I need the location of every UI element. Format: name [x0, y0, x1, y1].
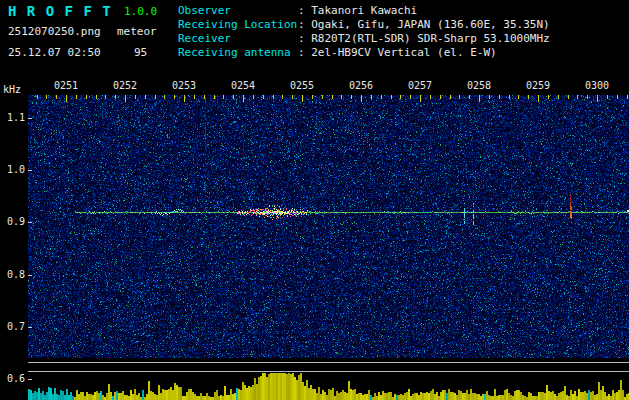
observer-info-block: Observer: Takanori KawachiReceiving Loca… [178, 4, 550, 60]
x-tick-label: 0254 [228, 80, 258, 91]
info-label: Receiving antenna [178, 46, 298, 60]
info-row: Receiver: R820T2(RTL-SDR) SDR-Sharp 53.1… [178, 32, 550, 46]
echo-count: 95 [134, 46, 147, 59]
output-filename: 2512070250.png [8, 25, 101, 38]
x-tick-label: 0300 [582, 80, 612, 91]
y-tick-label: 0.9 [0, 216, 25, 227]
y-tick-label: 1.1 [0, 112, 25, 123]
x-tick-label: 0252 [110, 80, 140, 91]
y-tick-label: 1.0 [0, 164, 25, 175]
info-value: : 2el-HB9CV Vertical (el. E-W) [298, 46, 497, 59]
info-row: Receiving Location: Ogaki, Gifu, JAPAN (… [178, 18, 550, 32]
info-value: : Takanori Kawachi [298, 4, 417, 17]
x-tick-label: 0251 [51, 80, 81, 91]
spectrogram-canvas [28, 95, 629, 358]
observation-datetime: 25.12.07 02:50 [8, 46, 101, 59]
x-tick-label: 0257 [405, 80, 435, 91]
y-tick-label: 0.6 [0, 373, 25, 384]
info-label: Observer [178, 4, 298, 18]
info-row: Observer: Takanori Kawachi [178, 4, 550, 18]
info-label: Receiver [178, 32, 298, 46]
y-axis-unit-label: kHz [3, 84, 21, 95]
app-title: H R O F F T [8, 3, 112, 19]
info-value: : R820T2(RTL-SDR) SDR-Sharp 53.1000MHz [298, 32, 550, 45]
x-tick-label: 0258 [464, 80, 494, 91]
y-tick-label: 0.7 [0, 321, 25, 332]
y-tick-label: 0.8 [0, 269, 25, 280]
info-value: : Ogaki, Gifu, JAPAN (136.60E, 35.35N) [298, 18, 550, 31]
app-version: 1.0.0 [124, 5, 157, 18]
signal-level-strip-canvas [28, 358, 629, 400]
x-tick-label: 0256 [346, 80, 376, 91]
observation-mode: meteor [117, 25, 157, 38]
hrofft-output-screen: H R O F F T 1.0.0 2512070250.png meteor … [0, 0, 629, 400]
info-label: Receiving Location [178, 18, 298, 32]
info-row: Receiving antenna: 2el-HB9CV Vertical (e… [178, 46, 550, 60]
x-tick-label: 0255 [287, 80, 317, 91]
x-tick-label: 0253 [169, 80, 199, 91]
x-tick-label: 0259 [523, 80, 553, 91]
